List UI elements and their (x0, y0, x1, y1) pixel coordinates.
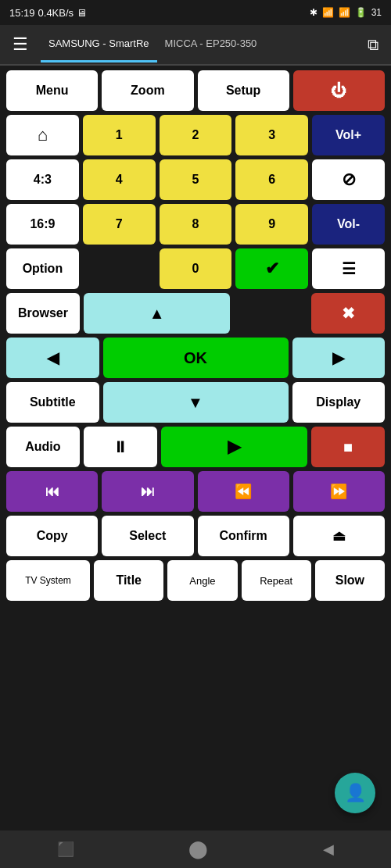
row-12: TV System Title Angle Repeat Slow (6, 560, 385, 601)
zoom-button[interactable]: Zoom (102, 70, 193, 111)
skip-forward-icon: ⏭ (141, 484, 155, 500)
row-2: ⌂ 1 2 3 Vol+ (6, 115, 385, 155)
display-button[interactable]: Display (292, 382, 386, 423)
power-icon: ⏻ (331, 82, 346, 100)
pause-button[interactable]: ⏸ (84, 427, 157, 467)
num-2-button[interactable]: 2 (160, 115, 232, 155)
bottom-navigation: ⬛ ⬤ ◀ (0, 830, 391, 868)
subtitle-button[interactable]: Subtitle (6, 382, 99, 423)
play-icon: ▶ (228, 437, 241, 457)
tv-system-button[interactable]: TV System (6, 560, 90, 601)
num-8-button[interactable]: 8 (160, 204, 232, 245)
setup-button[interactable]: Setup (198, 70, 289, 111)
tab-samsung[interactable]: SAMSUNG - SmartRe (41, 27, 157, 63)
num-1-button[interactable]: 1 (83, 115, 156, 155)
num-6-button[interactable]: 6 (235, 159, 308, 200)
vol-plus-button[interactable]: Vol+ (312, 115, 385, 155)
angle-button[interactable]: Angle (167, 560, 237, 601)
row-11: Copy Select Confirm ⏏ (6, 516, 385, 556)
fab-button[interactable]: 👤 (335, 773, 375, 813)
nav-bar: ☰ SAMSUNG - SmartRe MICCA - EP250-350 ⧉ (0, 25, 391, 66)
play-button[interactable]: ▶ (161, 427, 308, 467)
status-time: 15:19 (9, 7, 35, 19)
remote-control: Menu Zoom Setup ⏻ ⌂ 1 2 3 Vol+ 4:3 (0, 66, 391, 830)
row-3: 4:3 4 5 6 ⊘ (6, 159, 385, 200)
status-bar: 15:19 0.4KB/s 🖥 ✱ 📶 📶 🔋 31 (0, 0, 391, 25)
option-button[interactable]: Option (6, 248, 79, 289)
row-10: ⏮ ⏭ ⏪ ⏩ (6, 471, 385, 512)
title-button[interactable]: Title (94, 560, 163, 601)
menu-button[interactable]: Menu (6, 70, 98, 111)
copy-layout-icon[interactable]: ⧉ (361, 30, 385, 60)
nav-back-icon[interactable]: ◀ (323, 841, 334, 858)
eject-button[interactable]: ⏏ (293, 516, 385, 556)
rewind-icon: ⏪ (235, 483, 252, 500)
eject-icon: ⏏ (332, 527, 346, 545)
status-display-icon: 🖥 (77, 7, 87, 19)
num-9-button[interactable]: 9 (235, 204, 308, 245)
select-button[interactable]: Select (102, 516, 193, 556)
right-button[interactable]: ▶ (292, 338, 386, 378)
repeat-button[interactable]: Repeat (242, 560, 311, 601)
power-button[interactable]: ⏻ (293, 70, 385, 111)
down-arrow-icon: ▼ (188, 394, 203, 412)
nav-circle-icon[interactable]: ⬤ (188, 839, 208, 859)
nav-square-icon[interactable]: ⬛ (57, 841, 74, 858)
tab-micca[interactable]: MICCA - EP250-350 (157, 27, 265, 63)
signal-icon: 📶 (322, 7, 334, 18)
home-icon: ⌂ (38, 125, 48, 145)
num-4-button[interactable]: 4 (83, 159, 156, 200)
browser-button[interactable]: Browser (6, 293, 80, 334)
row-6: Browser ▲ ✖ (6, 293, 385, 334)
person-icon: 👤 (345, 783, 366, 803)
row-5: Option 0 ✔ ☰ (6, 248, 385, 289)
left-arrow-icon: ◀ (47, 348, 59, 367)
left-button[interactable]: ◀ (6, 338, 99, 378)
ratio-169-button[interactable]: 16:9 (6, 204, 79, 245)
up-arrow-icon: ▲ (149, 305, 165, 323)
confirm-button[interactable]: Confirm (198, 516, 289, 556)
checkmark-icon: ✔ (265, 259, 279, 279)
fast-forward-icon: ⏩ (330, 483, 347, 500)
ratio-43-button[interactable]: 4:3 (6, 159, 79, 200)
mute-button[interactable]: ⊘ (312, 159, 385, 200)
row-4: 16:9 7 8 9 Vol- (6, 204, 385, 245)
row-7: ◀ OK ▶ (6, 338, 385, 378)
bluetooth-icon: ✱ (310, 7, 317, 18)
battery-icon: 🔋 (355, 7, 367, 18)
right-arrow-icon: ▶ (332, 348, 344, 367)
ok-button[interactable]: OK (103, 338, 289, 378)
num-3-button[interactable]: 3 (235, 115, 308, 155)
nav-tabs: SAMSUNG - SmartRe MICCA - EP250-350 (41, 27, 361, 63)
num-5-button[interactable]: 5 (160, 159, 232, 200)
skip-forward-button[interactable]: ⏭ (102, 471, 193, 512)
fast-forward-button[interactable]: ⏩ (293, 471, 385, 512)
list-icon: ☰ (342, 259, 356, 278)
list-button[interactable]: ☰ (312, 248, 385, 289)
copy-button[interactable]: Copy (6, 516, 98, 556)
row-9: Audio ⏸ ▶ ■ (6, 427, 385, 467)
pause-icon: ⏸ (113, 438, 128, 456)
slow-button[interactable]: Slow (315, 560, 385, 601)
skip-back-icon: ⏮ (45, 484, 59, 500)
home-button[interactable]: ⌂ (6, 115, 79, 155)
row-8: Subtitle ▼ Display (6, 382, 385, 423)
stop-icon: ■ (343, 438, 353, 456)
vol-minus-button[interactable]: Vol- (312, 204, 385, 245)
mute-icon: ⊘ (342, 170, 356, 190)
stop-button[interactable]: ■ (311, 427, 385, 467)
row-1: Menu Zoom Setup ⏻ (6, 70, 385, 111)
rewind-button[interactable]: ⏪ (198, 471, 289, 512)
wifi-icon: 📶 (339, 7, 350, 18)
up-button[interactable]: ▲ (84, 293, 231, 334)
x-icon: ✖ (342, 304, 355, 323)
num-7-button[interactable]: 7 (83, 204, 156, 245)
down-button[interactable]: ▼ (103, 382, 289, 423)
close-button[interactable]: ✖ (311, 293, 385, 334)
check-button[interactable]: ✔ (235, 248, 308, 289)
status-data: 0.4KB/s (38, 7, 74, 19)
hamburger-menu[interactable]: ☰ (6, 28, 34, 61)
skip-back-button[interactable]: ⏮ (6, 471, 98, 512)
num-0-button[interactable]: 0 (160, 248, 232, 289)
audio-button[interactable]: Audio (6, 427, 80, 467)
